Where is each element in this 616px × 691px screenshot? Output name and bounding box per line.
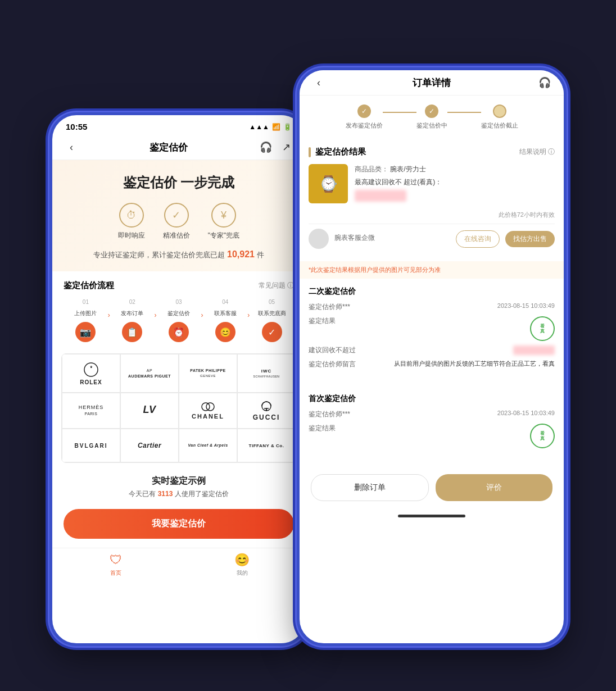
first-result-row: 鉴定结果 看真	[309, 424, 555, 448]
prog-line-2	[447, 112, 481, 113]
sell-button[interactable]: 找估方出售	[505, 231, 555, 247]
brand-bvlgari[interactable]: BVLGARI	[62, 429, 120, 462]
brand-ap[interactable]: AP AUDEMARS PIGUET	[120, 354, 179, 393]
result-header: 鉴定估价结果 结果说明 ⓘ	[309, 147, 555, 157]
profile-label: 我的	[237, 569, 248, 577]
sample-subtitle: 今天已有 3113 人使用了鉴定估价	[64, 489, 294, 499]
feature-expert: ¥ "专家"兜底	[208, 203, 240, 240]
second-appraisal-title: 二次鉴定估价	[309, 287, 555, 297]
headset-icon[interactable]: 🎧	[258, 139, 274, 155]
cta-button[interactable]: 我要鉴定估价	[64, 509, 294, 539]
brand-hermes[interactable]: HERMÈS PARIS	[62, 393, 120, 429]
home-label: 首页	[110, 569, 121, 577]
feature-label-instant: 即时响应	[118, 231, 145, 240]
delete-order-button[interactable]: 删除订单	[311, 474, 429, 501]
progress-steps: ✓ 发布鉴定估价 ✓ 鉴定估价中 鉴定估价截止	[300, 96, 564, 134]
first-appraiser-label: 鉴定估价师***	[309, 410, 350, 419]
svg-text:♛: ♛	[89, 365, 92, 369]
first-appraisal-block: 首次鉴定估价 鉴定估价师*** 2023-08-15 10:03:49 鉴定结果…	[300, 386, 564, 461]
step-order: 02 发布订单 📋	[110, 299, 155, 342]
back-button-right[interactable]: ‹	[311, 75, 327, 90]
bottom-buttons: 删除订单 评价	[300, 465, 564, 510]
authentic-stamp-1: 看真	[530, 316, 555, 341]
first-result-label: 鉴定结果	[309, 424, 336, 448]
step-contact: 05 联系兜底商 ✓	[250, 299, 294, 342]
profile-icon: 😊	[234, 553, 250, 567]
sample-count: 3113	[158, 490, 173, 498]
prog-label-3: 鉴定估价截止	[481, 121, 518, 130]
nav-profile[interactable]: 😊 我的	[179, 553, 305, 577]
result-product: ⌚ 商品品类： 腕表/劳力士 最高建议回收不 超过(看真)： █████████…	[309, 164, 555, 204]
brand-gucci[interactable]: GUCCI	[237, 393, 296, 429]
second-result-row: 鉴定结果 看真	[309, 316, 555, 341]
step-label-3: 鉴定估价	[167, 310, 190, 317]
step-appraise: 03 鉴定估价 ⏰	[157, 299, 201, 342]
prog-circle-3	[493, 104, 506, 118]
result-link[interactable]: 结果说明 ⓘ	[519, 147, 555, 157]
second-comment-row: 鉴定估价师留言 从目前用户提供的图片反馈的工艺细节符合正品工艺，看真	[309, 360, 555, 369]
step-num-4: 04	[222, 299, 228, 305]
nav-bar-right: ‹ 订单详情 🎧	[300, 70, 564, 96]
brand-cartier[interactable]: Cartier	[120, 429, 179, 462]
step-num-2: 02	[129, 299, 135, 305]
prog-step-2: ✓ 鉴定估价中	[416, 104, 447, 130]
bottom-nav: 🛡 首页 😊 我的	[52, 548, 305, 579]
prog-circle-2: ✓	[425, 104, 438, 118]
prog-step-3: 鉴定估价截止	[481, 104, 518, 130]
wifi-icon: 📶	[272, 123, 280, 131]
brand-rolex[interactable]: ♛ ROLEX	[62, 354, 120, 393]
brand-lv[interactable]: LV	[120, 393, 179, 429]
count-text: 专业持证鉴定师，累计鉴定估价兜底已超 10,921 件	[64, 249, 294, 260]
step-label-2: 发布订单	[121, 310, 143, 317]
sample-section: 实时鉴定示例 今天已有 3113 人使用了鉴定估价	[52, 469, 305, 503]
right-phone: ‹ 订单详情 🎧 ✓ 发布鉴定估价 ✓ 鉴定估价中 鉴定估价截止	[297, 67, 567, 646]
second-appraisal-date: 2023-08-15 10:03:49	[497, 302, 555, 312]
status-icons: ▲▲▲ 📶 🔋	[249, 123, 292, 131]
product-info: 商品品类： 腕表/劳力士 最高建议回收不 超过(看真)： ██████████	[355, 164, 555, 204]
nav-home[interactable]: 🛡 首页	[52, 553, 179, 577]
nav-bar-left: ‹ 鉴定估价 🎧 ↗	[52, 135, 305, 160]
second-comment-label: 鉴定估价师留言	[309, 360, 356, 369]
brand-chanel[interactable]: CHANEL	[179, 393, 237, 429]
svg-point-4	[206, 403, 214, 411]
brands-section: ♛ ROLEX AP AUDEMARS PIGUET PATEK PHILIPP…	[52, 348, 305, 469]
process-faq-link[interactable]: 常见问题 ⓘ	[259, 281, 294, 290]
time-display: 10:55	[66, 122, 87, 131]
result-title-row: 鉴定估价结果	[309, 147, 366, 157]
battery-icon: 🔋	[283, 123, 292, 131]
brand-vca[interactable]: Van Cleef & Arpels	[179, 429, 237, 462]
headset-icon-right[interactable]: 🎧	[537, 75, 552, 90]
process-header: 鉴定估价流程 常见问题 ⓘ	[64, 280, 294, 291]
step-num-5: 05	[269, 299, 275, 305]
step-icon-order: 📋	[122, 322, 142, 342]
process-section: 鉴定估价流程 常见问题 ⓘ 01 上传图片 📷 › 02 发布订单 📋 › 03	[52, 271, 305, 348]
page-title-right: 订单详情	[327, 76, 537, 89]
brand-iwc[interactable]: IWCSCHAFFHAUSEN	[237, 354, 296, 393]
left-phone: 10:55 ▲▲▲ 📶 🔋 ‹ 鉴定估价 🎧 ↗ 鉴定估价 一步完成 ⏱ 即时响…	[49, 112, 308, 646]
first-appraiser-row: 鉴定估价师*** 2023-08-15 10:03:49	[309, 410, 555, 419]
step-num-1: 01	[83, 299, 89, 305]
svg-text:LV: LV	[143, 404, 157, 415]
feature-instant: ⏱ 即时响应	[118, 203, 145, 240]
second-appraiser-label: 鉴定估价师***	[309, 302, 350, 312]
prog-line-1	[383, 112, 416, 113]
status-bar: 10:55 ▲▲▲ 📶 🔋	[52, 115, 305, 135]
step-label-4: 联系客服	[214, 310, 237, 317]
price-value: ██████████	[355, 190, 406, 202]
brand-tiffany[interactable]: TIFFANY & Co.	[237, 429, 296, 462]
back-button-left[interactable]: ‹	[64, 139, 79, 155]
home-shield-icon: 🛡	[110, 553, 122, 567]
share-icon[interactable]: ↗	[278, 139, 294, 155]
step-label-5: 联系兜底商	[258, 310, 286, 317]
sample-title: 实时鉴定示例	[64, 475, 294, 487]
second-appraisal-block: 二次鉴定估价 鉴定估价师*** 2023-08-15 10:03:49 鉴定结果…	[300, 279, 564, 381]
product-price: ██████████	[355, 190, 555, 202]
consult-button[interactable]: 在线咨询	[456, 230, 500, 248]
rate-button[interactable]: 评价	[436, 474, 552, 501]
nav-right-icons: 🎧 ↗	[258, 139, 294, 155]
signal-icon: ▲▲▲	[249, 123, 269, 131]
brands-grid: ♛ ROLEX AP AUDEMARS PIGUET PATEK PHILIPP…	[61, 353, 296, 463]
brand-patek[interactable]: PATEK PHILIPPEGENEVE	[179, 354, 237, 393]
contact-label: 腕表客服企微	[334, 233, 450, 243]
product-category: 商品品类： 腕表/劳力士	[355, 164, 555, 175]
